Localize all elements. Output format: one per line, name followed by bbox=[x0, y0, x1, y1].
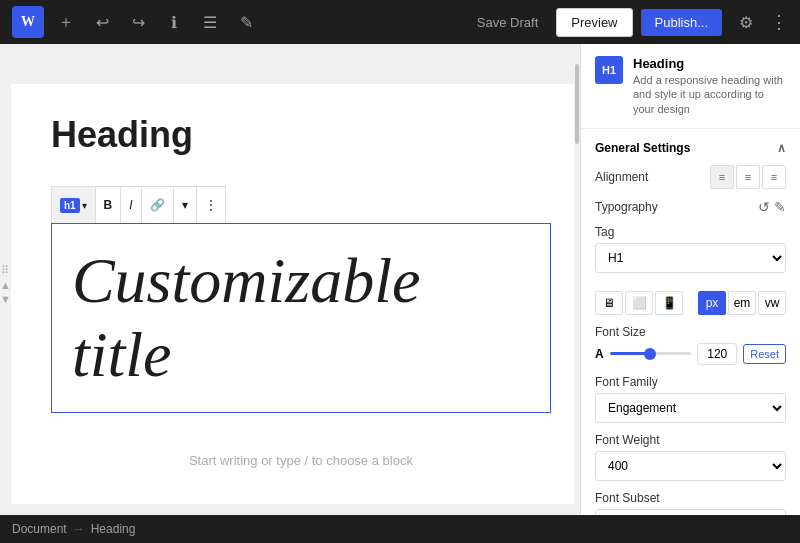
font-size-section: Font Size A 120 Reset bbox=[595, 325, 786, 365]
more-options-button[interactable]: ⋮ bbox=[770, 11, 788, 33]
sidebar: H1 Heading Add a responsive heading with… bbox=[580, 44, 800, 515]
bold-button[interactable]: B bbox=[96, 187, 122, 223]
font-weight-label: Font Weight bbox=[595, 433, 659, 447]
link-button[interactable]: 🔗 bbox=[142, 187, 174, 223]
mobile-button[interactable]: 📱 bbox=[655, 291, 683, 315]
sidebar-block-title: Heading bbox=[633, 56, 786, 71]
font-subset-label: Font Subset bbox=[595, 491, 660, 505]
font-size-controls: A 120 Reset bbox=[595, 343, 786, 365]
font-weight-select[interactable]: 400 700 bbox=[595, 451, 786, 481]
desktop-button[interactable]: 🖥 bbox=[595, 291, 623, 315]
preview-button[interactable]: Preview bbox=[556, 8, 632, 37]
settings-button[interactable]: ⚙ bbox=[730, 6, 762, 38]
font-size-a-label: A bbox=[595, 347, 604, 361]
collapse-icon[interactable]: ∧ bbox=[777, 141, 786, 155]
main-area: ⠿ ▲ ▼ Heading h1 ▾ B I 🔗 bbox=[0, 44, 800, 515]
sidebar-header: H1 Heading Add a responsive heading with… bbox=[581, 44, 800, 129]
breadcrumb-separator: → bbox=[73, 522, 85, 536]
sidebar-block-description: Add a responsive heading with and style … bbox=[633, 73, 786, 116]
list-view-button[interactable]: ☰ bbox=[196, 8, 224, 36]
block-placeholder: Start writing or type / to choose a bloc… bbox=[51, 453, 551, 468]
block-drag-handle[interactable]: ⠿ ▲ ▼ bbox=[0, 44, 11, 515]
align-right-button[interactable]: ≡ bbox=[762, 165, 786, 189]
font-family-row: Font Family Engagement bbox=[595, 375, 786, 433]
unit-em-button[interactable]: em bbox=[728, 291, 756, 315]
general-settings-section: General Settings ∧ Alignment ≡ ≡ ≡ Typog… bbox=[581, 129, 800, 515]
cursive-title: Customizable title bbox=[72, 244, 530, 392]
publish-button[interactable]: Publish... bbox=[641, 9, 722, 36]
bottom-bar: Document → Heading bbox=[0, 515, 800, 543]
breadcrumb-heading[interactable]: Heading bbox=[91, 522, 136, 536]
tag-select[interactable]: H1 H2 H3 H4 H5 H6 bbox=[595, 243, 786, 273]
font-size-reset-button[interactable]: Reset bbox=[743, 344, 786, 364]
typography-icons: ↺ ✎ bbox=[758, 199, 786, 215]
add-block-button[interactable]: ＋ bbox=[52, 8, 80, 36]
more-rich-text-button[interactable]: ▾ bbox=[174, 187, 197, 223]
top-bar: W ＋ ↩ ↪ ℹ ☰ ✎ Save Draft Preview Publish… bbox=[0, 0, 800, 44]
slider-thumb bbox=[644, 348, 656, 360]
breadcrumb-document[interactable]: Document bbox=[12, 522, 67, 536]
align-center-button[interactable]: ≡ bbox=[736, 165, 760, 189]
font-size-label: Font Size bbox=[595, 325, 646, 339]
block-options-button[interactable]: ⋮ bbox=[197, 187, 225, 223]
device-buttons: 🖥 ⬜ 📱 px em vw bbox=[595, 291, 786, 315]
edit-button[interactable]: ✎ bbox=[232, 8, 260, 36]
block-toolbar: h1 ▾ B I 🔗 ▾ ⋮ bbox=[51, 186, 226, 223]
wp-logo[interactable]: W bbox=[12, 6, 44, 38]
heading-block[interactable]: Customizable title bbox=[51, 223, 551, 413]
alignment-buttons: ≡ ≡ ≡ bbox=[710, 165, 786, 189]
editor-content[interactable]: Heading h1 ▾ B I 🔗 ▾ ⋮ bbox=[11, 84, 574, 504]
font-size-input[interactable]: 120 bbox=[697, 343, 737, 365]
scroll-thumb bbox=[575, 64, 579, 144]
italic-button[interactable]: I bbox=[121, 187, 141, 223]
font-family-select[interactable]: Engagement bbox=[595, 393, 786, 423]
unit-vw-button[interactable]: vw bbox=[758, 291, 786, 315]
toolbar-right: Save Draft Preview Publish... ⚙ ⋮ bbox=[467, 6, 788, 38]
typography-settings-button[interactable]: ✎ bbox=[774, 199, 786, 215]
alignment-row: Alignment ≡ ≡ ≡ bbox=[595, 165, 786, 189]
undo-button[interactable]: ↩ bbox=[88, 8, 116, 36]
sidebar-header-text: Heading Add a responsive heading with an… bbox=[633, 56, 786, 116]
typography-reset-button[interactable]: ↺ bbox=[758, 199, 770, 215]
tag-row: Tag H1 H2 H3 H4 H5 H6 bbox=[595, 225, 786, 283]
toolbar-left: W ＋ ↩ ↪ ℹ ☰ ✎ bbox=[12, 6, 260, 38]
page-heading: Heading bbox=[51, 114, 551, 156]
align-left-button[interactable]: ≡ bbox=[710, 165, 734, 189]
font-subset-row: Font Subset Latin bbox=[595, 491, 786, 515]
info-button[interactable]: ℹ bbox=[160, 8, 188, 36]
tag-label: Tag bbox=[595, 225, 614, 239]
redo-button[interactable]: ↪ bbox=[124, 8, 152, 36]
unit-px-button[interactable]: px bbox=[698, 291, 726, 315]
font-weight-row: Font Weight 400 700 bbox=[595, 433, 786, 491]
general-settings-header: General Settings ∧ bbox=[595, 141, 786, 155]
font-family-label: Font Family bbox=[595, 375, 658, 389]
tablet-button[interactable]: ⬜ bbox=[625, 291, 653, 315]
typography-label: Typography bbox=[595, 200, 658, 214]
font-size-slider[interactable] bbox=[610, 352, 692, 355]
general-settings-label: General Settings bbox=[595, 141, 690, 155]
typography-row: Typography ↺ ✎ bbox=[595, 199, 786, 215]
save-draft-button[interactable]: Save Draft bbox=[467, 9, 548, 36]
alignment-label: Alignment bbox=[595, 170, 648, 184]
block-icon: H1 bbox=[595, 56, 623, 84]
block-tag-selector[interactable]: h1 ▾ bbox=[52, 187, 96, 223]
editor-area[interactable]: ⠿ ▲ ▼ Heading h1 ▾ B I 🔗 bbox=[0, 44, 574, 515]
